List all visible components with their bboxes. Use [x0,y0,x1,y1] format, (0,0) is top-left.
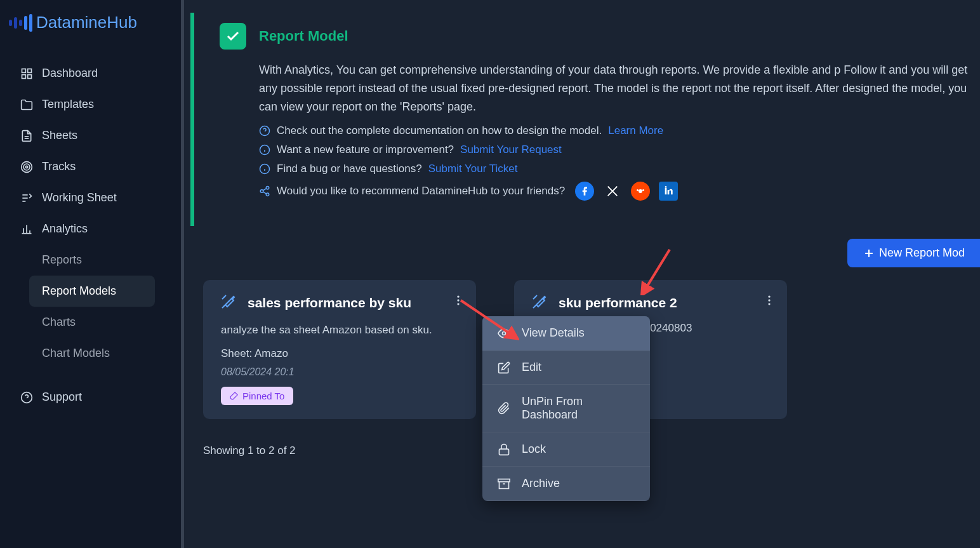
svg-point-8 [25,166,27,168]
facebook-icon[interactable] [575,182,594,201]
svg-point-41 [768,300,770,302]
sidebar: DatamineHub Dashboard Templates Sheets T… [0,0,184,548]
attachment-icon [498,402,510,415]
sidebar-item-working-sheet[interactable]: Working Sheet [13,182,171,213]
menu-view-details[interactable]: View Details [482,316,650,351]
check-badge [220,23,246,50]
pinned-badge: Pinned To [221,387,293,405]
help-circle-icon [259,125,270,137]
x-icon[interactable] [603,182,622,201]
menu-unpin[interactable]: UnPin From Dashboard [482,385,650,432]
report-model-card[interactable]: sales performance by sku analyze the sa … [203,280,476,419]
sidebar-item-features-cut[interactable]: Features [13,413,171,444]
linkedin-icon[interactable] [659,182,678,201]
banner-title: Report Model [259,28,348,44]
menu-archive[interactable]: Archive [482,467,650,501]
card-timestamp: 08/05/2024 20:1 [221,366,458,378]
svg-point-42 [768,304,770,305]
edit-icon [498,361,510,374]
info-icon [259,163,270,175]
design-icon [221,294,236,312]
sidebar-item-label: Tracks [42,160,76,173]
svg-rect-44 [500,449,509,455]
svg-point-28 [266,193,269,196]
share-icon [259,185,270,197]
svg-rect-1 [28,69,32,72]
logo-icon [9,14,32,32]
svg-rect-0 [22,69,26,72]
sidebar-item-tracks[interactable]: Tracks [13,151,171,182]
svg-point-43 [503,331,506,335]
main-content: Report Model With Analytics, You can get… [184,0,980,548]
svg-point-40 [768,296,770,298]
sidebar-item-label: Sheets [42,129,77,142]
more-vertical-icon [452,294,465,307]
plus-icon [863,247,875,260]
reddit-icon[interactable] [631,182,650,201]
sidebar-item-report-models[interactable]: Report Models [29,276,155,307]
list-icon [20,192,33,204]
svg-rect-3 [28,74,32,78]
context-menu: View Details Edit UnPin From Dashboard L… [482,316,650,501]
svg-point-32 [637,189,639,191]
info-icon [259,144,270,156]
sidebar-item-label: Working Sheet [42,191,117,204]
logo[interactable]: DatamineHub [0,13,184,58]
svg-point-26 [266,187,269,190]
menu-lock[interactable]: Lock [482,432,650,467]
sidebar-item-label: Templates [42,98,94,111]
lock-icon [498,443,510,456]
svg-rect-45 [498,479,510,481]
submit-request-link[interactable]: Submit Your Request [460,144,562,156]
card-title: sales performance by sku [248,295,411,311]
sidebar-item-templates[interactable]: Templates [13,89,171,120]
new-report-model-button[interactable]: New Report Mod [847,239,980,267]
check-icon [225,29,241,44]
file-icon [20,130,33,142]
sidebar-item-analytics[interactable]: Analytics [13,213,171,244]
svg-point-33 [642,189,644,191]
info-banner: Report Model With Analytics, You can get… [190,13,980,226]
target-icon [20,161,33,173]
sidebar-item-chart-models[interactable]: Chart Models [29,338,155,369]
svg-line-29 [263,192,266,194]
svg-point-27 [260,190,263,193]
brand-name: DatamineHub [36,13,137,32]
svg-point-7 [23,164,30,170]
sidebar-item-label: Dashboard [42,67,98,80]
button-label: New Report Mod [879,246,965,260]
banner-description: With Analytics, You can get comprehensiv… [259,61,980,116]
eye-icon [498,327,510,340]
more-button[interactable] [763,294,776,309]
share-text: Would you like to recommend DatamineHub … [277,185,565,197]
feature-text: Want a new feature or improvement? [277,144,454,156]
more-button[interactable] [452,294,465,309]
pin-icon [230,391,239,400]
card-title: sku performance 2 [559,295,677,311]
svg-line-30 [263,189,266,190]
svg-point-37 [457,296,459,298]
archive-icon [498,478,510,490]
design-icon [532,294,547,312]
grid-icon [20,67,33,80]
card-sheet: Sheet: Amazo [221,347,458,360]
sidebar-item-sheets[interactable]: Sheets [13,120,171,151]
bug-text: Find a bug or have questions? [277,163,422,175]
sidebar-item-reports[interactable]: Reports [29,244,155,276]
help-icon [20,391,33,404]
sidebar-item-dashboard[interactable]: Dashboard [13,58,171,89]
sidebar-item-charts[interactable]: Charts [29,307,155,338]
sidebar-item-label: Analytics [42,222,88,236]
doc-text: Check out the complete documentation on … [277,124,602,137]
submit-ticket-link[interactable]: Submit Your Ticket [428,163,518,175]
svg-rect-2 [22,74,26,78]
sidebar-item-support[interactable]: Support [13,382,171,413]
svg-point-39 [457,304,459,305]
learn-more-link[interactable]: Learn More [608,124,663,137]
svg-point-38 [457,300,459,302]
card-description: analyze the sa sheet Amazon based on sku… [221,322,458,338]
svg-point-34 [665,186,667,188]
svg-point-31 [639,189,642,193]
more-vertical-icon [763,294,776,307]
menu-edit[interactable]: Edit [482,351,650,385]
